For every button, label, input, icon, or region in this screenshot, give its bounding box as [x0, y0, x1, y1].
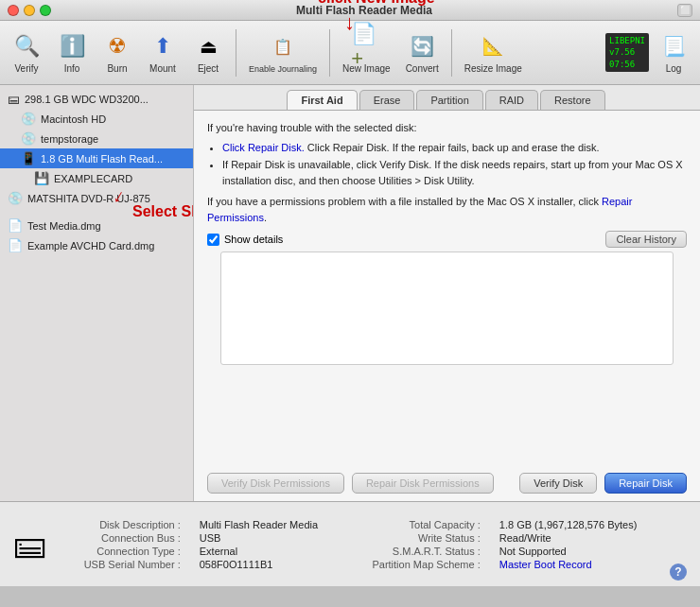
examplecard-icon: 💾: [34, 171, 49, 185]
wdc-icon: 🖴: [8, 92, 20, 106]
info-icon: ℹ️: [57, 31, 87, 61]
maximize-button[interactable]: [40, 5, 51, 16]
tab-erase[interactable]: Erase: [359, 90, 415, 110]
test-media-label: Test Media.dmg: [27, 220, 101, 232]
usb-serial-value: 058F0O1111B1: [200, 559, 336, 570]
macintosh-hd-label: Macintosh HD: [41, 113, 106, 125]
sidebar-item-example-avchd[interactable]: 📄 Example AVCHD Card.dmg: [0, 235, 193, 255]
sidebar-item-macintosh-hd[interactable]: 💿 Macintosh HD: [0, 109, 193, 129]
log-area: [220, 251, 674, 365]
burn-label: Burn: [107, 63, 127, 74]
show-details-row: Show details Clear History: [207, 231, 687, 248]
sidebar-item-wdc[interactable]: 🖴 298.1 GB WDC WD3200...: [0, 89, 193, 109]
time-text: LIBEPNIv7.5607:56: [609, 35, 645, 71]
sidebar-item-test-media[interactable]: 📄 Test Media.dmg: [0, 216, 193, 235]
show-details-label[interactable]: Show details: [224, 234, 283, 245]
clear-history-button[interactable]: Clear History: [605, 231, 687, 248]
main-area: 🖴 298.1 GB WDC WD3200... 💿 Macintosh HD …: [0, 85, 700, 501]
eject-label: Eject: [198, 63, 219, 74]
tab-partition[interactable]: Partition: [416, 90, 482, 110]
resize-image-icon: 📐: [478, 31, 508, 61]
info-label: Info: [64, 63, 80, 74]
eject-icon: ⏏: [193, 31, 223, 61]
verify-disk-button[interactable]: Verify Disk: [519, 473, 597, 494]
status-bar: 🖴 Disk Description : Multi Flash Reader …: [0, 501, 700, 586]
bottom-buttons: Verify Disk Permissions Repair Disk Perm…: [194, 465, 700, 501]
verify-button[interactable]: 🔍 Verify: [6, 27, 47, 78]
tab-raid[interactable]: RAID: [485, 90, 538, 110]
write-status-label: Write Status :: [355, 532, 481, 544]
new-image-label: New Image: [342, 63, 391, 74]
sidebar-item-matshita[interactable]: 💿 MATSHITA DVD-R UJ-875: [0, 188, 193, 208]
log-label: Log: [666, 63, 682, 74]
sidebar-item-examplecard[interactable]: 💾 EXAMPLECARD: [0, 168, 193, 188]
info-text-2: If you have a permissions problem with a…: [207, 194, 687, 225]
usb-serial-label: USB Serial Number :: [66, 559, 181, 570]
log-button[interactable]: 📃 Log: [653, 27, 694, 78]
multiflash-label: 1.8 GB Multi Flash Read...: [41, 153, 163, 165]
help-button[interactable]: ?: [670, 564, 687, 581]
info-button[interactable]: ℹ️ Info: [51, 27, 93, 78]
repair-disk-button[interactable]: Repair Disk: [604, 473, 687, 494]
partition-map-label: Partition Map Scheme :: [355, 559, 481, 570]
toolbar: 🔍 Verify ℹ️ Info ☢ Burn ⬆ Mount ⏏ Eject …: [0, 21, 700, 85]
total-capacity-value: 1.8 GB (1,967,128,576 Bytes): [499, 519, 655, 530]
close-button[interactable]: [8, 5, 19, 16]
tempstorage-label: tempstorage: [41, 133, 98, 145]
enable-journaling-button[interactable]: 📋 Enable Journaling: [243, 28, 323, 78]
convert-icon: 🔄: [407, 31, 437, 61]
test-media-icon: 📄: [8, 218, 23, 233]
sidebar-divider: [0, 208, 193, 216]
mount-icon: ⬆: [148, 31, 178, 61]
disk-icon: 🖴: [13, 525, 51, 564]
first-aid-panel: If you're having trouble with the select…: [194, 111, 700, 465]
partition-map-value: Master Boot Record: [499, 559, 655, 570]
new-image-icon: 📄+: [351, 31, 381, 61]
zoom-button[interactable]: ⬜: [677, 4, 692, 17]
burn-icon: ☢: [102, 31, 132, 61]
verify-icon: 🔍: [11, 31, 42, 61]
mount-button[interactable]: ⬆ Mount: [142, 27, 184, 78]
disk-description-value: Multi Flash Reader Media: [200, 519, 336, 530]
show-details-checkbox[interactable]: [207, 234, 219, 246]
connection-bus-label: Connection Bus :: [66, 532, 181, 544]
sidebar-item-tempstorage[interactable]: 💿 tempstorage: [0, 129, 193, 148]
burn-button[interactable]: ☢ Burn: [96, 27, 138, 78]
macintosh-hd-icon: 💿: [21, 112, 36, 126]
examplecard-label: EXAMPLECARD: [54, 173, 132, 184]
eject-button[interactable]: ⏏ Eject: [187, 27, 229, 78]
toolbar-separator2: [329, 29, 330, 77]
disk-description-label: Disk Description :: [66, 519, 181, 530]
connection-type-label: Connection Type :: [66, 546, 181, 557]
resize-image-button[interactable]: 📐 Resize Image: [459, 27, 528, 78]
repair-disk-permissions-button[interactable]: Repair Disk Permissions: [352, 473, 494, 494]
window-title: Multi Flash Reader Media: [51, 4, 677, 17]
toolbar-separator: [236, 29, 236, 77]
bullet-2: If Repair Disk is unavailable, click Ver…: [222, 157, 687, 188]
tab-first-aid[interactable]: First Aid: [287, 90, 357, 110]
sidebar: 🖴 298.1 GB WDC WD3200... 💿 Macintosh HD …: [0, 85, 194, 501]
log-icon: 📃: [658, 31, 689, 61]
window-controls[interactable]: [8, 5, 51, 16]
connection-type-value: External: [200, 546, 336, 557]
wdc-label: 298.1 GB WDC WD3200...: [25, 94, 149, 105]
mount-label: Mount: [149, 63, 176, 74]
minimize-button[interactable]: [24, 5, 35, 16]
verify-label: Verify: [14, 63, 38, 74]
toolbar-separator3: [451, 29, 452, 77]
tabs-bar: First Aid Erase Partition RAID Restore: [194, 85, 700, 111]
info-text-1: If you're having trouble with the select…: [207, 120, 687, 188]
tempstorage-icon: 💿: [21, 131, 36, 146]
new-image-button[interactable]: 📄+ New Image: [337, 27, 396, 78]
sidebar-item-multiflash[interactable]: 📱 1.8 GB Multi Flash Read...: [0, 148, 193, 168]
resize-image-label: Resize Image: [464, 63, 522, 74]
smart-status-value: Not Supported: [499, 546, 655, 557]
smart-status-label: S.M.A.R.T. Status :: [355, 546, 481, 557]
matshita-label: MATSHITA DVD-R UJ-875: [27, 193, 150, 204]
tab-restore[interactable]: Restore: [540, 90, 605, 110]
convert-label: Convert: [406, 63, 439, 74]
verify-disk-permissions-button[interactable]: Verify Disk Permissions: [207, 473, 344, 494]
time-display: LIBEPNIv7.5607:56: [605, 33, 649, 73]
convert-button[interactable]: 🔄 Convert: [400, 27, 445, 78]
right-buttons: Verify Disk Repair Disk: [519, 473, 687, 494]
